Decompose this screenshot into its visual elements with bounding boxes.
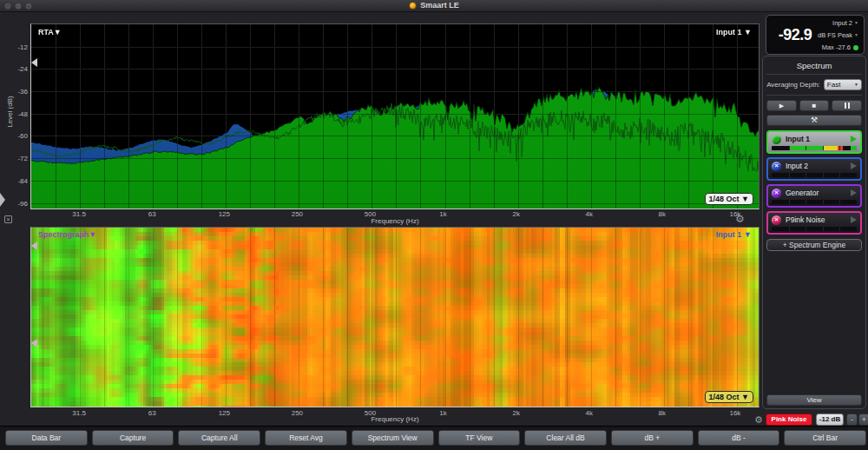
rta-ytick: -96 [5,200,28,208]
rta-source-dropdown[interactable]: Input 1 ▼ [716,28,752,36]
clear-all-db-button[interactable]: Clear All dB [524,430,607,446]
window-title: Smaart LE [0,1,868,10]
engine-play-icon[interactable] [851,162,857,169]
spectrograph-canvas[interactable] [31,228,759,407]
rta-ytick: -72 [5,155,28,162]
db--button[interactable]: dB - [698,430,780,446]
averaging-depth-select[interactable]: Fast▼ [824,79,862,90]
pause-button[interactable] [832,100,862,111]
spectrograph-threshold-marker-bottom-icon[interactable] [31,339,37,347]
generator-settings-gear-icon[interactable]: ⚙ [754,415,763,424]
spectrum-panel-title: Spectrum [766,59,862,73]
stop-button[interactable]: ■ [799,100,830,111]
pause-icon [845,103,850,109]
engine-list: Input 1×Input 2×Generator×P9ink Noise [766,130,862,235]
engine-mute-x-icon[interactable]: × [772,162,781,171]
app-window: × − + Smaart LE Level (dB) -12-24-36-48-… [0,0,868,450]
meter-value: -92.9 [771,26,819,44]
engine-play-icon[interactable] [851,216,857,223]
rta-spectrum-canvas[interactable] [31,24,759,208]
meter-segment [851,146,857,150]
signal-present-dot-icon [853,45,858,50]
stop-icon: ■ [812,102,817,109]
averaging-depth-row: Averaging Depth: Fast▼ [766,77,862,94]
engine-level-meter [772,200,857,204]
meter-max: Max -27.6 [822,43,858,51]
side-drawer-handle-icon[interactable] [0,193,5,207]
play-icon: ▶ [779,103,784,109]
generator-level-minus-button[interactable]: - [846,414,858,426]
spectrum-view-button[interactable]: Spectrum View [352,430,434,446]
bottom-control-bar: Data BarCaptureCapture AllReset AvgSpect… [0,426,868,450]
rta-plot[interactable]: RTA▼ Input 1 ▼ 1/48 Oct ▼ [30,23,760,209]
spectrum-panel: Spectrum Averaging Depth: Fast▼ ▶ ■ ⚒ In… [762,56,866,409]
generator-level-plus-button[interactable]: + [858,414,868,426]
title-bar[interactable]: × − + Smaart LE [0,0,868,12]
spectrograph-plot[interactable]: Spectrograph▼ Input 1 ▼ 1/48 Oct ▼ [30,227,760,407]
engine-mute-x-icon[interactable]: × [772,215,781,225]
engine-label: Generator [786,189,846,197]
engine-row-input-1[interactable]: Input 1 [766,130,862,154]
spectrograph-x-axis-label: Frequency (Hz) [31,415,759,423]
ctrl-bar-button[interactable]: Ctrl Bar [784,430,866,446]
panel-spacer [766,251,862,394]
rta-ytick: -36 [5,88,28,96]
rta-ytick: -48 [5,110,28,118]
engine-level-meter [772,146,857,150]
pink-noise-button[interactable]: Pink Noise [766,414,812,426]
engine-settings-row: ⚒ [766,115,862,126]
engine-mute-x-icon[interactable]: × [772,189,781,198]
rta-ytick: -24 [5,65,28,73]
play-button[interactable]: ▶ [766,100,797,111]
meter-segment [823,146,838,150]
engine-row-input-2[interactable]: ×Input 2 [766,157,862,181]
rta-ytick: -84 [5,177,28,185]
rta-banding-dropdown[interactable]: 1/48 Oct ▼ [705,193,753,205]
engine-label: P9ink Noise [786,215,846,224]
capture-all-button[interactable]: Capture All [178,430,260,446]
spectrograph-collapse-icon[interactable]: × [4,215,12,223]
rta-ytick: -60 [5,132,28,140]
rta-x-axis-label: Frequency (Hz) [31,217,759,225]
data-bar-button[interactable]: Data Bar [5,430,88,446]
chevron-down-icon: ▼ [854,20,858,25]
engine-settings-button[interactable]: ⚒ [766,115,862,126]
meter-scale-dropdown[interactable]: dB FS Peak▼ [818,31,858,39]
view-button[interactable]: View [766,394,862,406]
level-meter-readout: -92.9 Input 2▼ dB FS Peak▼ Max -27.6 [766,15,865,55]
engine-row-p9ink-noise[interactable]: ×P9ink Noise [766,211,862,235]
engine-level-meter [772,227,857,231]
engine-label: Input 1 [786,135,846,143]
rta-type-dropdown[interactable]: RTA▼ [38,28,62,36]
engine-play-icon[interactable] [851,136,857,142]
engine-play-icon[interactable] [851,189,857,196]
averaging-depth-label: Averaging Depth: [766,81,820,89]
chevron-down-icon: ▼ [854,80,858,89]
capture-button[interactable]: Capture [92,430,174,446]
app-icon [409,2,417,10]
add-spectrum-engine-button[interactable]: + Spectrum Engine [766,239,862,251]
sidebar: -92.9 Input 2▼ dB FS Peak▼ Max -27.6 Spe… [760,12,868,450]
engine-level-meter [772,173,857,177]
bottom-buttons: Data BarCaptureCapture AllReset AvgSpect… [5,430,866,446]
engine-label: Input 2 [786,162,846,170]
reset-avg-button[interactable]: Reset Avg [265,430,347,446]
db--button[interactable]: dB + [611,430,694,446]
rta-ytick: -12 [5,43,28,51]
tf-view-button[interactable]: TF View [438,430,521,446]
divider [766,95,862,96]
meter-source-dropdown[interactable]: Input 2▼ [832,19,858,27]
transport-controls: ▶ ■ [766,100,862,111]
tools-icon: ⚒ [811,116,818,124]
spectrograph-type-dropdown[interactable]: Spectrograph▼ [38,230,96,239]
spectrograph-settings-gear-icon[interactable]: ⚙ [735,215,745,223]
divider [766,74,862,75]
spectrograph-source-dropdown[interactable]: Input 1 ▼ [716,230,752,239]
rta-cursor-marker-icon[interactable] [31,58,37,67]
chevron-down-icon: ▼ [854,32,858,37]
generator-level-display[interactable]: -12 dB [816,414,844,426]
spectrograph-banding-dropdown[interactable]: 1/48 Oct ▼ [705,391,753,403]
engine-row-generator[interactable]: ×Generator [766,184,862,208]
spectrograph-threshold-marker-top-icon[interactable] [31,242,37,250]
engine-active-dot-icon[interactable] [772,135,781,144]
